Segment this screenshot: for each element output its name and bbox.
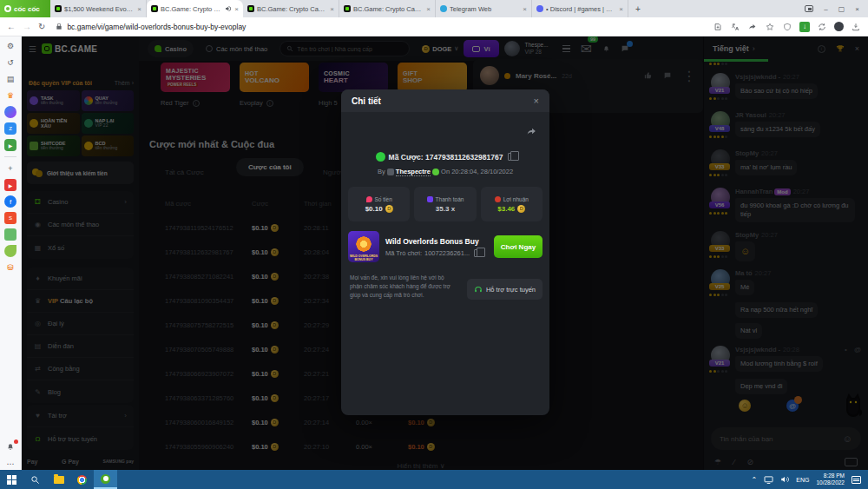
reading-list-icon[interactable]: ▤ xyxy=(4,73,16,85)
app-icon-leaf[interactable] xyxy=(4,245,16,257)
verified-check-icon: × xyxy=(376,152,385,162)
network-icon[interactable] xyxy=(764,476,773,484)
site-favicon xyxy=(344,5,351,12)
browser-tab-6[interactable]: • Discord | #games | BC G× xyxy=(532,0,628,17)
close-window-button[interactable]: × xyxy=(855,5,859,13)
youtube-icon[interactable]: ▶ xyxy=(4,179,16,191)
maximize-button[interactable]: ▢ xyxy=(838,5,845,13)
adblock-shield-icon[interactable] xyxy=(782,22,792,32)
support-note: Mọi vấn đề, xin vui lòng liên hệ với bộ … xyxy=(350,274,452,299)
user-mini-avatar xyxy=(387,169,394,175)
close-tab-icon[interactable]: × xyxy=(137,5,141,13)
lock-icon xyxy=(56,23,62,30)
modal-title: Chi tiết xyxy=(352,96,381,106)
tray-expand-icon[interactable]: ⌃ xyxy=(752,476,758,484)
browser-tab-3[interactable]: BC.Game: Crypto Casino Gan× xyxy=(243,0,339,17)
stat-payout: Thanh toán 35.3 x xyxy=(414,187,476,221)
game-title: Wild Overlords Bonus Buy xyxy=(385,237,481,246)
tab-audio-icon[interactable] xyxy=(225,5,232,12)
history-icon[interactable]: ↺ xyxy=(4,56,16,69)
vip-crown-icon[interactable]: ♛ xyxy=(4,89,16,102)
chrome-taskbar-icon[interactable] xyxy=(70,470,94,489)
site-favicon xyxy=(55,5,62,12)
bet-details-modal: Chi tiết × × Mã Cược: 174793811263298176… xyxy=(341,89,549,415)
game-card: WILD OVERLORDSBONUS BUY Wild Overlords B… xyxy=(348,228,542,265)
coc-coc-logo[interactable]: cốc cốc xyxy=(0,0,50,17)
amount-icon xyxy=(366,196,372,202)
messenger-icon[interactable] xyxy=(4,106,16,118)
coin-icon: D xyxy=(517,205,525,213)
add-shortcut-icon[interactable]: + xyxy=(4,162,16,175)
close-tab-icon[interactable]: × xyxy=(619,5,623,13)
close-tab-icon[interactable]: × xyxy=(330,5,334,13)
coin-icon: D xyxy=(385,205,393,213)
coc-coc-logo-icon xyxy=(4,5,11,12)
bet-user-link[interactable]: Thespectre xyxy=(396,168,431,176)
browser-tabbar: cốc cốc $1,500 Weekend Evoplay Mu× BC.Ga… xyxy=(0,0,868,17)
live-support-button[interactable]: Hỗ trợ trực tuyến xyxy=(467,279,542,300)
zalo-icon[interactable]: Z xyxy=(4,122,16,135)
site-favicon xyxy=(247,5,254,12)
more-options-icon[interactable]: ⋯ xyxy=(4,458,16,470)
coccoc-taskbar-icon[interactable] xyxy=(94,470,117,489)
bookmark-star-icon[interactable] xyxy=(765,22,775,32)
reload-button[interactable]: ↻ xyxy=(38,22,45,31)
telegram-favicon xyxy=(440,5,447,12)
minimize-button[interactable]: – xyxy=(824,5,827,13)
browser-tab-4[interactable]: BC.Game: Crypto Casino Gan× xyxy=(339,0,436,17)
bcgame-page: ☰ BC.GAME Đặc quyền VIP của tôi Thêm › T… xyxy=(22,36,868,470)
language-indicator[interactable]: ENG xyxy=(796,477,809,483)
profile-icon[interactable] xyxy=(834,22,844,31)
games-icon[interactable]: ▶ xyxy=(4,139,16,151)
taskbar-clock[interactable]: 8:28 PM10/28/2022 xyxy=(816,472,845,487)
action-center-icon[interactable] xyxy=(852,476,861,484)
facebook-icon[interactable]: f xyxy=(4,195,16,208)
profit-icon xyxy=(495,196,501,202)
browser-tab-5[interactable]: Telegram Web× xyxy=(436,0,532,17)
close-tab-icon[interactable]: × xyxy=(234,5,239,13)
download-manager-icon[interactable]: ↓ xyxy=(799,22,810,32)
stat-profit: Lợi nhuận $3.46D xyxy=(481,187,542,221)
address-bar[interactable]: bc.game/vi/game/wild-overlords-bonus-buy… xyxy=(52,23,706,31)
browser-tab-1[interactable]: $1,500 Weekend Evoplay Mu× xyxy=(50,0,147,17)
browser-tab-2-active[interactable]: BC.Game: Crypto Casino × xyxy=(147,0,243,17)
game-thumbnail[interactable]: WILD OVERLORDSBONUS BUY xyxy=(348,231,379,262)
frog-emoji xyxy=(432,169,439,175)
start-button[interactable] xyxy=(0,470,23,489)
downloads-tray-icon[interactable] xyxy=(851,22,861,32)
app-icon-green[interactable] xyxy=(4,228,16,241)
copy-game-id-icon[interactable] xyxy=(474,249,481,257)
back-button[interactable]: ← xyxy=(7,22,16,31)
site-favicon xyxy=(151,5,158,12)
share-bet-icon[interactable] xyxy=(526,126,537,137)
close-modal-icon[interactable]: × xyxy=(534,96,539,106)
translate-icon[interactable] xyxy=(730,22,740,32)
taskbar-search-icon[interactable] xyxy=(23,470,47,489)
share-icon[interactable] xyxy=(747,22,758,32)
payout-icon xyxy=(427,196,433,202)
shopee-icon[interactable]: S xyxy=(4,212,16,224)
play-now-button[interactable]: Chơi Ngay xyxy=(494,235,542,258)
volume-icon[interactable] xyxy=(780,475,789,484)
discord-favicon xyxy=(536,5,543,12)
file-explorer-icon[interactable] xyxy=(47,470,70,489)
sync-icon[interactable] xyxy=(817,22,827,32)
headphones-icon xyxy=(474,285,483,294)
picture-in-picture-icon[interactable] xyxy=(805,5,813,12)
copy-bet-id-icon[interactable] xyxy=(508,153,515,161)
stat-amount: Số tiền $0.10D xyxy=(348,187,410,221)
windows-taskbar: ⌃ ENG 8:28 PM10/28/2022 xyxy=(0,470,868,489)
save-page-icon[interactable] xyxy=(713,22,723,32)
browser-toolbar: ← → ↻ bc.game/vi/game/wild-overlords-bon… xyxy=(0,17,868,36)
new-tab-button[interactable]: + xyxy=(628,4,648,14)
close-tab-icon[interactable]: × xyxy=(523,5,527,13)
close-tab-icon[interactable]: × xyxy=(426,5,431,13)
cart-icon[interactable]: ⛁ xyxy=(4,261,16,274)
coc-sidebar: ⚙ ↺ ▤ ♛ Z ▶ + ▶ f S ⛁ ⋯ xyxy=(0,36,22,470)
settings-gear-icon[interactable]: ⚙ xyxy=(4,40,16,52)
url-text: bc.game/vi/game/wild-overlords-bonus-buy… xyxy=(67,23,246,31)
screen: cốc cốc $1,500 Weekend Evoplay Mu× BC.Ga… xyxy=(0,0,868,489)
forward-button: → xyxy=(23,22,31,31)
notifications-bell-icon[interactable] xyxy=(4,441,16,453)
